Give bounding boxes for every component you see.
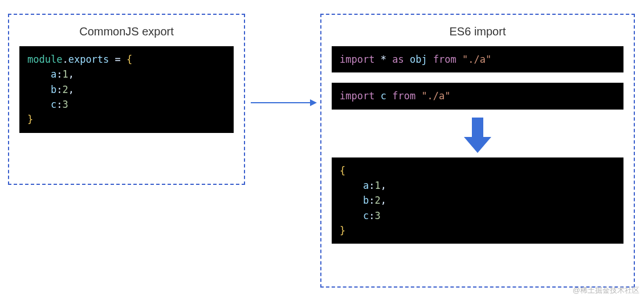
commonjs-export-code: module.exports = { a:1, b:2, c:3 } — [19, 46, 234, 133]
token-colon: : — [369, 180, 374, 191]
es6-import-star-code: import * as obj from "./a" — [332, 46, 623, 72]
token-open-brace: { — [127, 54, 132, 65]
token-module: module — [27, 54, 62, 65]
token-colon: : — [56, 99, 62, 110]
token-path: "./a" — [421, 90, 450, 102]
token-num-3: 3 — [374, 210, 380, 221]
token-comma: , — [381, 180, 386, 191]
svg-marker-1 — [310, 99, 317, 106]
token-import: import — [340, 54, 374, 65]
commonjs-export-panel: CommonJS export module.exports = { a:1, … — [8, 14, 245, 185]
arrow-down-icon — [321, 118, 634, 153]
token-as: as — [392, 54, 403, 65]
es6-import-default-code: import c from "./a" — [332, 83, 623, 109]
es6-import-panel: ES6 import import * as obj from "./a" im… — [320, 14, 635, 288]
token-comma: , — [68, 84, 74, 95]
es6-import-title: ES6 import — [321, 15, 634, 46]
token-num-3: 3 — [62, 99, 68, 110]
token-assign: = — [109, 54, 127, 65]
token-exports: exports — [68, 54, 109, 65]
token-num-1: 1 — [374, 180, 380, 191]
es6-import-result-code: { a:1, b:2, c:3 } — [332, 157, 623, 244]
token-num-2: 2 — [62, 84, 68, 95]
svg-rect-2 — [472, 118, 483, 137]
token-close-brace: } — [27, 114, 33, 125]
token-close-brace: } — [340, 225, 345, 236]
svg-marker-3 — [464, 137, 491, 153]
token-open-brace: { — [340, 165, 345, 176]
arrow-right-icon — [251, 97, 317, 108]
watermark-text: @稀土掘金技术社区 — [573, 285, 639, 296]
token-colon: : — [56, 84, 62, 95]
token-path: "./a" — [462, 54, 491, 65]
token-key-b: b — [363, 195, 369, 206]
token-star: * — [381, 54, 386, 65]
token-key-b: b — [51, 84, 56, 95]
token-import: import — [340, 90, 374, 102]
token-ident-c: c — [381, 90, 386, 102]
token-num-2: 2 — [374, 195, 380, 206]
token-colon: : — [369, 210, 374, 221]
token-from: from — [392, 90, 415, 102]
token-colon: : — [56, 68, 62, 80]
token-from: from — [433, 54, 456, 65]
token-key-c: c — [51, 99, 56, 110]
token-key-c: c — [363, 210, 369, 221]
token-dot: . — [62, 54, 68, 65]
commonjs-export-title: CommonJS export — [9, 15, 244, 46]
token-ident-obj: obj — [410, 54, 427, 65]
token-num-1: 1 — [62, 68, 68, 80]
token-key-a: a — [363, 180, 369, 191]
token-key-a: a — [51, 68, 56, 80]
token-colon: : — [369, 195, 374, 206]
token-comma: , — [68, 68, 74, 80]
token-comma: , — [381, 195, 386, 206]
